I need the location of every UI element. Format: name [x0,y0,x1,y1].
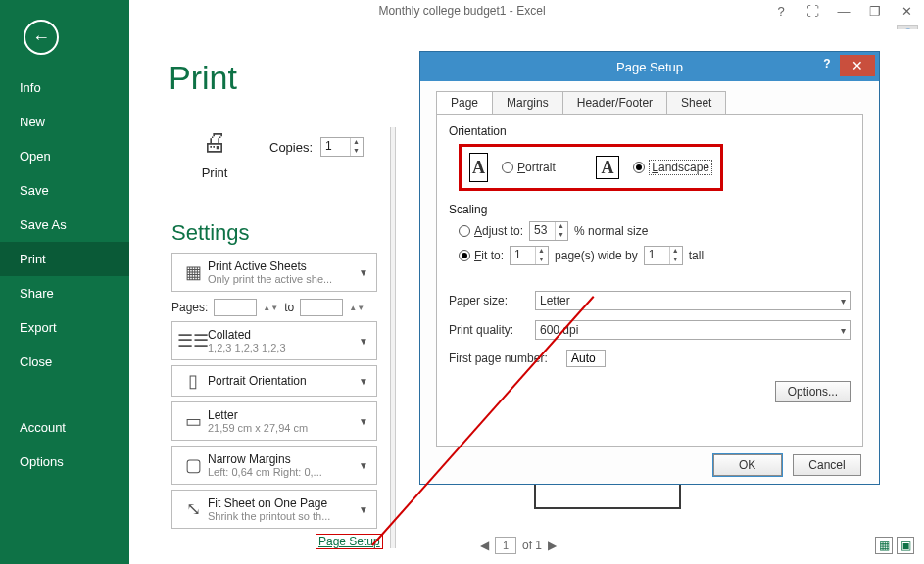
adjust-suffix: % normal size [574,224,648,238]
tab-page[interactable]: Page [436,91,493,114]
setting-print-what[interactable]: ▦ Print Active SheetsOnly print the acti… [171,253,377,292]
pages-from-input[interactable] [214,299,257,316]
dialog-titlebar[interactable]: Page Setup ? ✕ [420,52,879,81]
setting-orientation[interactable]: ▯ Portrait Orientation ▼ [171,365,377,397]
adjust-to-radio[interactable]: Adjust to: [459,224,523,238]
chevron-down-icon: ▼ [357,460,370,471]
pages-range: Pages: ▲▼ to ▲▼ [171,299,365,316]
cancel-button[interactable]: Cancel [793,454,861,476]
portrait-radio[interactable]: Portrait [502,161,556,174]
dialog-buttons: OK Cancel [428,454,861,476]
printer-icon: 🖨 [171,127,258,158]
page-setup-dialog: Page Setup ? ✕ Page Margins Header/Foote… [419,51,880,485]
print-quality-select[interactable]: 600 dpi▾ [535,320,851,340]
copies-label: Copies: [269,140,313,155]
sidebar-item-export[interactable]: Export [0,310,129,345]
zoom-to-page-button[interactable]: ▦ [875,537,893,554]
fit-icon: ⤡ [178,494,208,524]
first-page-input[interactable] [566,350,606,367]
setting-paper-size[interactable]: ▭ Letter21,59 cm x 27,94 cm ▼ [171,401,377,441]
chevron-down-icon: ▼ [357,267,370,278]
setting-margins[interactable]: ▢ Narrow MarginsLeft: 0,64 cm Right: 0,.… [171,446,377,485]
sidebar-item-open[interactable]: Open [0,139,129,173]
sidebar-item-new[interactable]: New [0,105,129,139]
sidebar-item-options[interactable]: Options [0,445,129,479]
preview-navigation: ◀ 1 of 1 ▶ [480,537,557,554]
page-portrait-icon: ▯ [178,366,208,396]
orientation-group: A Portrait A Landscape [459,144,723,191]
chevron-down-icon: ▼ [357,376,370,387]
setting-collated[interactable]: ☰☰ Collated1,2,3 1,2,3 1,2,3 ▼ [171,321,377,360]
orientation-label: Orientation [449,124,851,138]
window-controls: ? ⛶ — ❐ ✕ [767,2,920,22]
sidebar-item-share[interactable]: Share [0,276,129,310]
setting-scaling[interactable]: ⤡ Fit Sheet on One PageShrink the printo… [171,490,377,529]
sidebar-item-save[interactable]: Save [0,173,129,208]
tab-header-footer[interactable]: Header/Footer [562,91,667,114]
chevron-down-icon: ▼ [357,504,370,515]
collate-icon: ☰☰ [178,326,208,355]
chevron-down-icon: ▼ [357,416,370,427]
portrait-icon: A [469,153,488,182]
settings-heading: Settings [171,220,250,246]
sidebar-item-account[interactable]: Account [0,410,129,445]
tab-margins[interactable]: Margins [492,91,563,114]
prev-page-button[interactable]: ◀ [480,539,489,552]
sidebar-item-saveas[interactable]: Save As [0,208,129,242]
page-icon: ▭ [178,406,208,436]
copies-input[interactable]: 1▲▼ [320,137,364,157]
sheets-icon: ▦ [178,258,208,287]
fit-wide-input[interactable]: 1▲▼ [510,246,549,265]
ok-button[interactable]: OK [713,454,782,476]
print-button-label: Print [171,165,258,180]
pages-to-input[interactable] [300,299,343,316]
fit-tall-suffix: tall [689,249,704,262]
tab-sheet[interactable]: Sheet [666,91,726,114]
minimize-button[interactable]: — [830,2,857,22]
scaling-label: Scaling [449,203,851,216]
adjust-percent-input[interactable]: 53▲▼ [529,221,568,241]
titlebar: Monthly college budget1 - Excel ? ⛶ — ❐ … [0,0,924,25]
sidebar-item-print[interactable]: Print [0,242,129,276]
dialog-tabs: Page Margins Header/Footer Sheet [436,91,871,114]
print-button[interactable]: 🖨 Print [171,127,258,180]
paper-size-label: Paper size: [449,294,525,307]
help-button[interactable]: ? [767,2,795,22]
pages-label: Pages: [171,301,208,314]
back-button[interactable]: ← [24,20,59,55]
page-of-label: of 1 [522,539,542,552]
dialog-close-button[interactable]: ✕ [840,55,875,76]
copies-row: Copies: 1▲▼ [269,137,364,157]
margins-icon: ▢ [178,450,208,480]
sidebar-item-info[interactable]: Info [0,70,129,105]
dialog-help-button[interactable]: ? [816,57,838,76]
show-margins-button[interactable]: ▣ [897,537,914,554]
fit-wide-suffix: page(s) wide by [555,249,638,262]
backstage-sidebar: ← Info New Open Save Save As Print Share… [0,0,129,564]
fit-tall-input[interactable]: 1▲▼ [644,246,683,265]
pages-to-label: to [284,301,294,314]
chevron-down-icon: ▼ [357,336,370,347]
page-number-input[interactable]: 1 [495,537,516,554]
zoom-controls: ▦ ▣ [875,537,914,554]
options-button[interactable]: Options... [775,381,851,402]
restore-button[interactable]: ❐ [861,2,889,22]
next-page-button[interactable]: ▶ [548,539,557,552]
divider [390,127,396,548]
print-quality-label: Print quality: [449,323,525,337]
tab-panel-page: Orientation A Portrait A Landscape Scali… [436,114,863,446]
close-button[interactable]: ✕ [893,2,920,22]
dialog-title: Page Setup [616,60,683,74]
fullscreen-button[interactable]: ⛶ [799,2,826,22]
fit-to-radio[interactable]: Fit to: [459,249,504,262]
landscape-radio[interactable]: Landscape [633,160,712,175]
sidebar-item-close[interactable]: Close [0,345,129,379]
window-title: Monthly college budget1 - Excel [378,4,545,18]
landscape-icon: A [596,156,620,179]
